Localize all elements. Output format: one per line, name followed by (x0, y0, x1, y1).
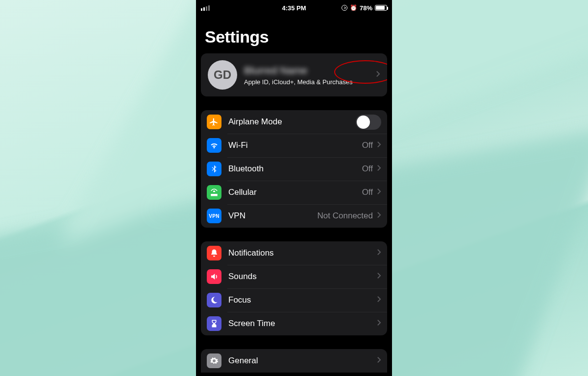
row-label: Focus (228, 295, 377, 305)
chevron-right-icon (377, 356, 381, 366)
row-sounds[interactable]: Sounds (201, 265, 387, 288)
general-group: General (201, 349, 387, 373)
row-bluetooth[interactable]: Bluetooth Off (201, 157, 387, 181)
chevron-right-icon (377, 295, 381, 305)
chevron-right-icon (377, 272, 381, 282)
row-value: Not Connected (318, 211, 373, 221)
row-label: Screen Time (228, 319, 377, 329)
row-label: Sounds (228, 272, 377, 282)
wifi-icon (207, 138, 221, 153)
row-label: Airplane Mode (228, 117, 356, 127)
battery-icon (375, 5, 387, 11)
row-airplane-mode[interactable]: Airplane Mode (201, 110, 387, 134)
row-focus[interactable]: Focus (201, 288, 387, 312)
connectivity-group: Airplane Mode Wi-Fi Off Bluetooth Off Ce… (201, 110, 387, 228)
row-screen-time[interactable]: Screen Time (201, 312, 387, 335)
account-subtitle: Apple ID, iCloud+, Media & Purchases (244, 78, 376, 86)
row-label: Wi-Fi (228, 141, 362, 150)
row-notifications[interactable]: Notifications (201, 241, 387, 265)
sounds-icon (207, 269, 221, 284)
chevron-right-icon (377, 141, 381, 150)
row-general[interactable]: General (201, 349, 387, 373)
chevron-right-icon (377, 211, 381, 221)
chevron-right-icon (376, 70, 380, 80)
alarm-icon: ⏰ (350, 4, 357, 11)
chevron-right-icon (377, 248, 381, 258)
airplane-icon (207, 115, 221, 129)
chevron-right-icon (377, 188, 381, 197)
row-value: Off (362, 188, 373, 197)
notifications-icon (207, 246, 221, 260)
row-value: Off (362, 141, 373, 150)
avatar: GD (208, 60, 237, 90)
row-wifi[interactable]: Wi-Fi Off (201, 134, 387, 157)
row-label: Bluetooth (228, 164, 362, 174)
screen-time-icon (207, 316, 221, 331)
row-vpn[interactable]: VPN VPN Not Connected (201, 204, 387, 228)
row-label: General (228, 356, 377, 366)
location-icon (342, 5, 347, 11)
row-cellular[interactable]: Cellular Off (201, 181, 387, 204)
row-value: Off (362, 164, 373, 174)
battery-percent: 78% (360, 4, 372, 12)
gear-icon (207, 353, 221, 368)
chevron-right-icon (377, 319, 381, 329)
cellular-signal-icon (201, 5, 210, 11)
account-row[interactable]: GD Blurred Name Apple ID, iCloud+, Media… (201, 53, 387, 96)
chevron-right-icon (377, 164, 381, 174)
airplane-toggle[interactable] (356, 115, 381, 130)
account-name-blurred: Blurred Name (244, 65, 376, 76)
bluetooth-icon (207, 162, 221, 176)
iphone-screen: 4:35 PM ⏰ 78% Settings GD Blurred Name A… (196, 0, 392, 376)
account-group: GD Blurred Name Apple ID, iCloud+, Media… (201, 53, 387, 96)
cellular-icon (207, 185, 221, 200)
row-label: Notifications (228, 248, 377, 258)
status-bar: 4:35 PM ⏰ 78% (196, 0, 392, 16)
row-label: Cellular (228, 188, 362, 197)
focus-icon (207, 293, 221, 307)
vpn-icon: VPN (207, 209, 221, 223)
notifications-group: Notifications Sounds Focus Screen Time (201, 241, 387, 335)
row-label: VPN (228, 211, 318, 221)
page-title: Settings (196, 16, 392, 53)
